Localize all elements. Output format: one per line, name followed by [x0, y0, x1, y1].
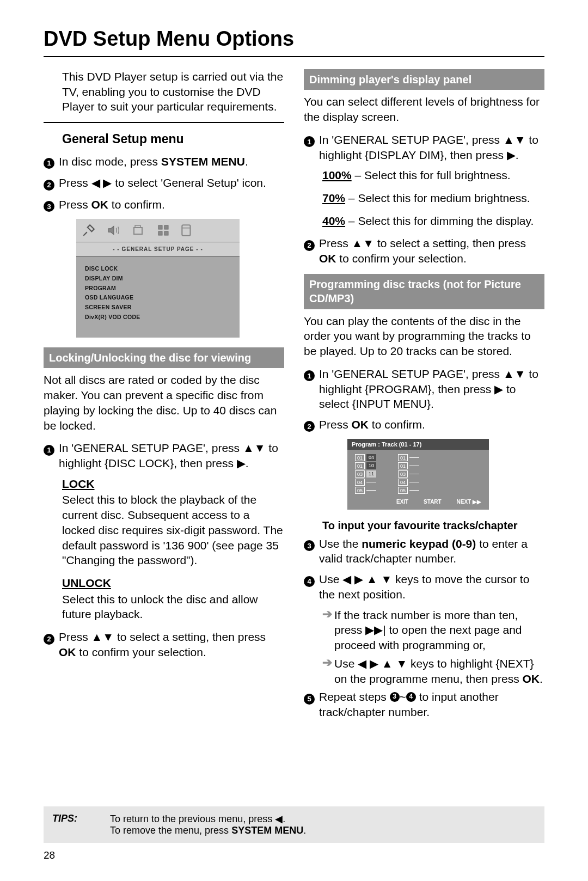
svg-rect-2 — [158, 225, 162, 229]
columns: This DVD Player setup is carried out via… — [44, 69, 544, 725]
gs2-c: to select 'General Setup' icon. — [112, 176, 266, 189]
step-number-2: 2 — [304, 240, 315, 251]
prog-s2c: to confirm. — [369, 418, 425, 431]
step-number-2: 2 — [44, 634, 54, 645]
osd2-col-right: 01 01 03 04 05 — [398, 453, 419, 495]
prog-s3b: numeric keypad (0-9) — [362, 537, 476, 550]
tips-band: TIPS: To return to the previous menu, pr… — [44, 806, 544, 843]
prog-sub2b: OK — [523, 672, 540, 685]
col-left: This DVD Player setup is carried out via… — [44, 69, 284, 725]
gs-step-2: 2 Press ◀ ▶ to select 'General Setup' ic… — [44, 175, 284, 192]
osd-item: OSD LANGUAGE — [85, 294, 231, 302]
lock-s2c: to confirm your selection. — [76, 646, 206, 658]
svg-rect-6 — [182, 225, 190, 236]
general-setup-heading: General Setup menu — [62, 131, 284, 147]
dimming-heading: Dimming player's display panel — [304, 69, 544, 90]
locking-intro: Not all discs are rated or coded by the … — [44, 372, 284, 433]
gs3-c: to confirm. — [108, 198, 165, 211]
gs1-b: SYSTEM MENU — [161, 155, 245, 168]
page-number: 28 — [44, 849, 55, 861]
prog-s5b: ~ — [400, 690, 406, 703]
section-rule — [44, 122, 284, 123]
osd2-grid: 0104 0110 0311 04 05 01 01 03 04 05 — [347, 450, 489, 496]
locking-heading: Locking/Unlocking the disc for viewing — [44, 347, 284, 368]
prog-sub-1: ➔ If the track number is more than ten, … — [322, 608, 544, 653]
page-title: DVD Setup Menu Options — [44, 27, 544, 51]
gs1-c: . — [245, 155, 248, 168]
prog-s3a: Use the — [319, 537, 362, 550]
osd-item: SCREEN SAVER — [85, 304, 231, 311]
gs3-b: OK — [91, 198, 109, 211]
tips-label: TIPS: — [52, 813, 77, 836]
prog-sub2c: . — [540, 672, 543, 685]
prog-step-3: 3 Use the numeric keypad (0-9) to enter … — [304, 536, 544, 566]
lock-s2a: Press ▲▼ to select a setting, then press — [59, 631, 266, 643]
dim-100: 100% – Select this for full brightness. — [322, 168, 544, 183]
lock-step-1: 1 In 'GENERAL SETUP PAGE', press ▲▼ to h… — [44, 440, 284, 470]
step-number-4: 4 — [304, 576, 315, 587]
osd-tabs — [76, 219, 240, 242]
programming-intro: You can play the contents of the disc in… — [304, 314, 544, 359]
input-heading: To input your favourite tracks/chapter — [322, 518, 544, 533]
osd-item: DISC LOCK — [85, 265, 231, 273]
prog-s2a: Press — [319, 418, 352, 431]
osd2-title: Program : Track (01 - 17) — [347, 439, 489, 450]
gs-step-3: 3 Press OK to confirm. — [44, 197, 284, 213]
grid-icon — [157, 224, 170, 237]
dim-s2c: to confirm your selection. — [336, 252, 467, 265]
step-number-1: 1 — [304, 370, 315, 381]
step-number-2: 2 — [304, 421, 315, 432]
arrow-icon: ➔ — [322, 656, 334, 686]
tips-text: To return to the previous menu, press ◀.… — [110, 813, 306, 836]
intro-text: This DVD Player setup is carried out via… — [62, 69, 284, 114]
step-number-5: 5 — [304, 694, 315, 705]
page-icon — [180, 223, 194, 237]
dimming-intro: You can select different levels of brigh… — [304, 94, 544, 124]
dim-step-2: 2 Press ▲▼ to select a setting, then pre… — [304, 236, 544, 266]
prog-sub2a: Use ◀ ▶ ▲ ▼ keys to highlight {NEXT} on … — [334, 657, 534, 685]
osd-program: Program : Track (01 - 17) 0104 0110 0311… — [347, 439, 489, 510]
video-icon — [132, 224, 147, 237]
dim-s2b: OK — [319, 252, 336, 265]
step-number-2: 2 — [44, 180, 54, 191]
dim-step-1: 1 In 'GENERAL SETUP PAGE', press ▲▼ to h… — [304, 132, 544, 162]
speaker-icon — [106, 223, 122, 237]
dim-s1: In 'GENERAL SETUP PAGE', press ▲▼ to hig… — [319, 132, 544, 162]
lock-s2b: OK — [59, 646, 76, 658]
lock-s1: In 'GENERAL SETUP PAGE', press ▲▼ to hig… — [59, 440, 284, 470]
lock-step-2: 2 Press ▲▼ to select a setting, then pre… — [44, 629, 284, 659]
tools-icon — [82, 223, 96, 237]
svg-rect-0 — [134, 228, 142, 234]
svg-rect-1 — [135, 225, 140, 228]
prog-s1: In 'GENERAL SETUP PAGE', press ▲▼ to hig… — [319, 366, 544, 412]
gs2-a: Press — [59, 176, 91, 189]
lock-text: Select this to block the playback of the… — [62, 492, 284, 568]
lock-label: LOCK — [62, 476, 284, 492]
svg-rect-3 — [164, 225, 168, 229]
step-number-3: 3 — [304, 540, 315, 551]
dim-70: 70% – Select this for medium brightness. — [322, 191, 544, 206]
gs2-b: ◀ ▶ — [91, 176, 112, 189]
prog-step-1: 1 In 'GENERAL SETUP PAGE', press ▲▼ to h… — [304, 366, 544, 412]
dim-40: 40% – Select this for dimming the displa… — [322, 213, 544, 229]
prog-step-5: 5 Repeat steps 3~4 to input another trac… — [304, 689, 544, 719]
prog-s5a: Repeat steps — [319, 690, 390, 703]
osd2-footer: EXIT START NEXT ▶▶ — [347, 496, 489, 507]
inline-step-4: 4 — [406, 692, 416, 702]
step-number-1: 1 — [44, 158, 54, 169]
osd-item: DISPLAY DIM — [85, 275, 231, 283]
prog-s2b: OK — [352, 418, 369, 431]
gs-step-1: 1 In disc mode, press SYSTEM MENU. — [44, 154, 284, 170]
unlock-label: UNLOCK — [62, 576, 284, 591]
arrow-icon: ➔ — [322, 608, 334, 653]
osd-general-setup: - - GENERAL SETUP PAGE - - DISC LOCK DIS… — [76, 219, 240, 338]
prog-sub-2: ➔ Use ◀ ▶ ▲ ▼ keys to highlight {NEXT} o… — [322, 656, 544, 686]
inline-step-3: 3 — [390, 692, 400, 702]
step-number-1: 1 — [44, 445, 54, 456]
gs1-a: In disc mode, press — [59, 155, 161, 168]
programming-heading: Programming disc tracks (not for Picture… — [304, 274, 544, 309]
title-rule — [44, 56, 544, 57]
gs3-a: Press — [59, 198, 91, 211]
osd-body: DISC LOCK DISPLAY DIM PROGRAM OSD LANGUA… — [76, 256, 240, 338]
svg-rect-4 — [158, 231, 162, 235]
